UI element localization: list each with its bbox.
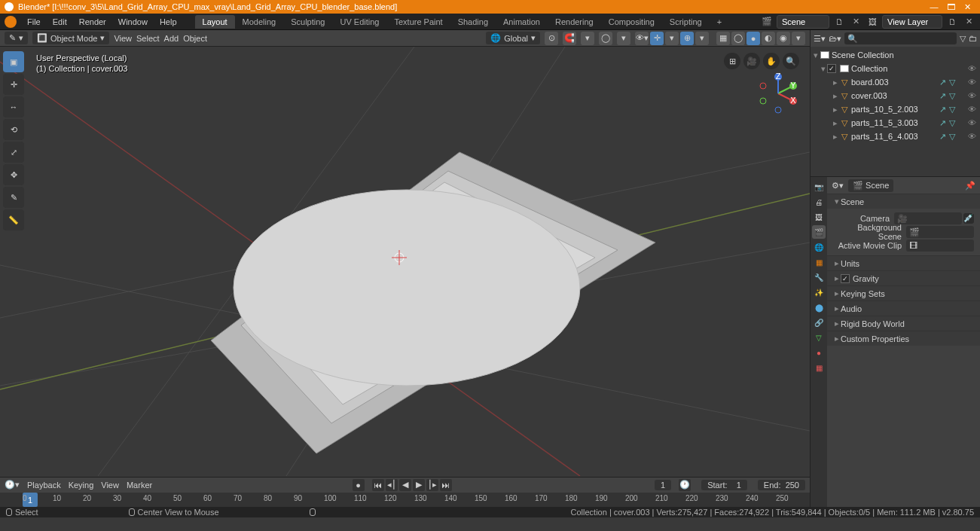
- tl-menu-view[interactable]: View: [101, 481, 119, 490]
- arrow-icon[interactable]: ↗: [939, 118, 946, 128]
- end-frame-field[interactable]: End: 250: [758, 480, 805, 490]
- 3d-viewport[interactable]: User Perspective (Local) (1) Collection …: [0, 47, 810, 477]
- prop-tab-texture[interactable]: ▦: [812, 361, 826, 374]
- tool-transform[interactable]: ✥: [3, 164, 24, 185]
- outliner-row-object[interactable]: ▸▽parts_10_5_2.003↗ ▽ 👁: [811, 102, 980, 116]
- nav-zoom-icon[interactable]: 🔍: [783, 53, 799, 69]
- prop-section-units[interactable]: ▸Units: [827, 256, 980, 270]
- mesh-data-icon[interactable]: ▽: [949, 118, 955, 128]
- clip-field[interactable]: 🎞: [906, 240, 974, 252]
- prop-tab-world[interactable]: 🌐: [812, 240, 826, 254]
- workspace-tab-scripting[interactable]: Scripting: [662, 15, 710, 29]
- gizmo-toggle[interactable]: ✛: [650, 32, 664, 45]
- tl-menu-keying[interactable]: Keying: [69, 481, 94, 490]
- mesh-data-icon[interactable]: ▽: [949, 78, 955, 87]
- scene-name-input[interactable]: [777, 15, 829, 29]
- eye-icon[interactable]: 👁: [968, 132, 977, 142]
- menu-help[interactable]: Help: [154, 17, 183, 26]
- tool-measure[interactable]: 📏: [3, 209, 24, 230]
- prop-section-custom[interactable]: ▸Custom Properties: [827, 331, 980, 346]
- eye-icon[interactable]: 👁: [968, 78, 977, 87]
- viewlayer-delete-button[interactable]: ✕: [962, 15, 975, 29]
- prop-section-rigidbody[interactable]: ▸Rigid Body World: [827, 316, 980, 331]
- scene-icon[interactable]: 🎬: [760, 15, 774, 29]
- menu-edit[interactable]: Edit: [47, 17, 73, 26]
- menu-window[interactable]: Window: [112, 17, 154, 26]
- eye-icon[interactable]: 👁: [968, 64, 977, 73]
- proportional-dropdown[interactable]: ▾: [617, 32, 630, 45]
- prop-section-gravity[interactable]: ▸Gravity: [827, 271, 980, 285]
- window-minimize-button[interactable]: —: [926, 2, 942, 11]
- tool-move[interactable]: ↔: [3, 96, 24, 117]
- prop-tab-object[interactable]: ▦: [812, 255, 826, 269]
- timeline-editor-type[interactable]: 🕐▾: [5, 480, 20, 490]
- jump-end-button[interactable]: ⏭: [440, 479, 452, 491]
- snap-dropdown[interactable]: ▾: [581, 32, 594, 45]
- workspace-tab-texturepaint[interactable]: Texture Paint: [386, 15, 450, 29]
- collection-visible-checkbox[interactable]: [827, 64, 836, 73]
- outliner-display-dropdown[interactable]: 🗁▾: [829, 34, 841, 44]
- tl-menu-playback[interactable]: Playback: [27, 481, 61, 490]
- outliner-row-scene-collection[interactable]: ▾ Scene Collection: [811, 48, 980, 62]
- gizmo-dropdown[interactable]: ▾: [665, 32, 679, 45]
- prop-section-header-scene[interactable]: ▾Scene: [827, 194, 980, 209]
- jump-prevkey-button[interactable]: ◂⎮: [386, 479, 398, 491]
- mesh-data-icon[interactable]: ▽: [949, 91, 955, 101]
- workspace-tab-shading[interactable]: Shading: [450, 15, 496, 29]
- outliner-new-collection[interactable]: 🗀: [969, 34, 977, 43]
- tool-scale[interactable]: ⤢: [3, 142, 24, 163]
- arrow-icon[interactable]: ↗: [939, 105, 946, 114]
- nav-grid-icon[interactable]: ⊞: [724, 53, 740, 69]
- visibility-dropdown[interactable]: 👁▾: [635, 32, 649, 45]
- start-frame-field[interactable]: Start: 1: [701, 480, 747, 490]
- scene-delete-button[interactable]: ✕: [849, 15, 862, 29]
- arrow-icon[interactable]: ↗: [939, 132, 946, 142]
- shading-solid[interactable]: ●: [746, 32, 760, 45]
- proportional-toggle[interactable]: ◯: [599, 32, 612, 45]
- timeline-ruler[interactable]: 1 01020304050607080901001101201301401501…: [0, 493, 810, 508]
- outliner-row-object[interactable]: ▸▽parts_11_6_4.003↗ ▽ 👁: [811, 130, 980, 143]
- prop-tab-viewlayer[interactable]: 🖼: [812, 210, 826, 224]
- nav-camera-icon[interactable]: 🎥: [743, 53, 760, 69]
- prop-tab-modifier[interactable]: 🔧: [812, 270, 826, 284]
- prop-tab-particle[interactable]: ✨: [812, 285, 826, 299]
- viewport-menu-view[interactable]: View: [114, 34, 132, 43]
- shading-rendered[interactable]: ◉: [777, 32, 790, 45]
- outliner-row-object[interactable]: ▸▽cover.003↗ ▽ 👁: [811, 89, 980, 102]
- shading-wireframe[interactable]: ◯: [731, 32, 745, 45]
- tool-rotate[interactable]: ⟲: [3, 119, 24, 140]
- axis-gizmo[interactable]: X Y Z: [757, 72, 799, 114]
- outliner-row-object[interactable]: ▸▽board.003↗ ▽ 👁: [811, 75, 980, 89]
- overlay-dropdown[interactable]: ▾: [695, 32, 709, 45]
- tool-annotate[interactable]: ✎: [3, 187, 24, 208]
- xray-toggle[interactable]: ▦: [716, 32, 730, 45]
- viewport-menu-select[interactable]: Select: [136, 34, 160, 43]
- tool-cursor[interactable]: ✛: [3, 74, 24, 95]
- editor-type-dropdown[interactable]: ✎▾: [5, 32, 28, 44]
- eye-icon[interactable]: 👁: [968, 91, 977, 101]
- prop-section-audio[interactable]: ▸Audio: [827, 301, 980, 316]
- arrow-icon[interactable]: ↗: [939, 78, 946, 87]
- jump-start-button[interactable]: ⏮: [372, 479, 384, 491]
- pin-icon[interactable]: 📌: [965, 181, 975, 191]
- eyedropper-icon[interactable]: 💉: [963, 213, 974, 224]
- nav-pan-icon[interactable]: ✋: [763, 53, 780, 69]
- eye-icon[interactable]: 👁: [968, 105, 977, 114]
- shading-dropdown[interactable]: ▾: [792, 32, 805, 45]
- outliner-type-dropdown[interactable]: ☰▾: [814, 34, 826, 44]
- prop-tab-constraint[interactable]: 🔗: [812, 316, 826, 329]
- workspace-add-tab[interactable]: +: [710, 15, 729, 29]
- overlay-toggle[interactable]: ⊕: [680, 32, 694, 45]
- workspace-tab-animation[interactable]: Animation: [496, 15, 548, 29]
- scene-new-button[interactable]: 🗋: [832, 15, 846, 29]
- prop-tab-scene[interactable]: 🎬: [812, 225, 826, 239]
- snap-toggle[interactable]: 🧲: [563, 32, 576, 45]
- workspace-tab-uvediting[interactable]: UV Editing: [332, 15, 386, 29]
- prop-tab-material[interactable]: ●: [812, 346, 826, 359]
- viewport-menu-object[interactable]: Object: [183, 34, 207, 43]
- menu-file[interactable]: File: [21, 17, 47, 26]
- workspace-tab-sculpting[interactable]: Sculpting: [283, 15, 332, 29]
- workspace-tab-compositing[interactable]: Compositing: [601, 15, 662, 29]
- viewport-menu-add[interactable]: Add: [164, 34, 179, 43]
- prop-tab-physics[interactable]: ⬤: [812, 301, 826, 314]
